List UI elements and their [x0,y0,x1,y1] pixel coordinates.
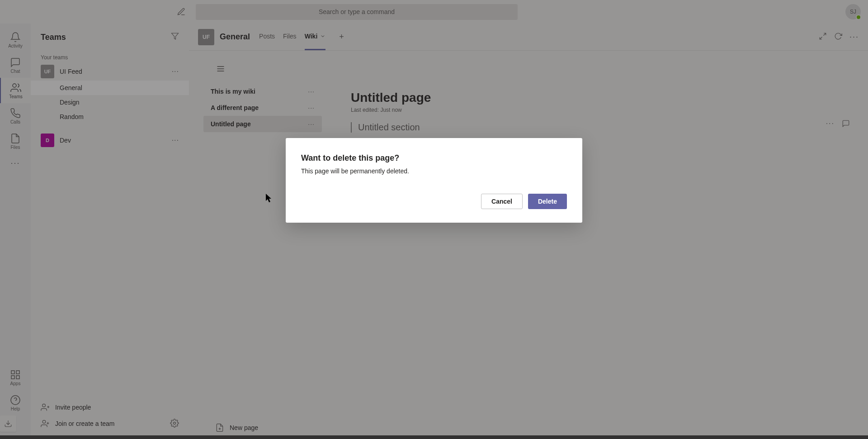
delete-button[interactable]: Delete [528,194,567,209]
delete-confirmation-dialog: Want to delete this page? This page will… [286,138,582,223]
cancel-button[interactable]: Cancel [481,194,523,209]
modal-overlay: Want to delete this page? This page will… [0,0,868,439]
modal-title: Want to delete this page? [301,153,567,163]
modal-message: This page will be permanently deleted. [301,167,567,175]
